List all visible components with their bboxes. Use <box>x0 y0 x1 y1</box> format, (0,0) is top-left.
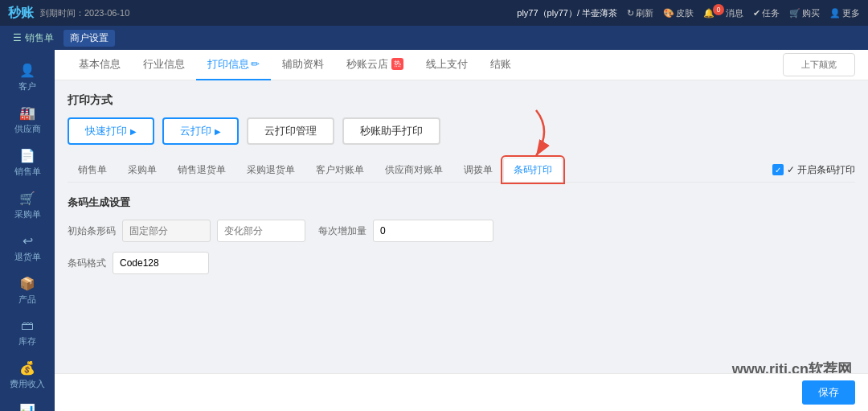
sub-tab-transfer[interactable]: 调拨单 <box>453 158 503 182</box>
barcode-settings-title: 条码生成设置 <box>68 195 855 210</box>
product-icon: 📦 <box>19 276 35 291</box>
tab-checkout[interactable]: 结账 <box>479 50 522 80</box>
sidebar-item-customer[interactable]: 👤 客户 <box>0 56 55 99</box>
initial-barcode-group: 初始条形码 <box>68 220 305 242</box>
sub-tab-purchase-return[interactable]: 采购退货单 <box>236 158 305 182</box>
expenses-icon: 💰 <box>19 360 35 376</box>
skin-icon: 🎨 <box>663 8 674 18</box>
save-button[interactable]: 保存 <box>802 380 855 405</box>
sub-tab-supplier-statement[interactable]: 供应商对账单 <box>375 158 453 182</box>
format-input[interactable] <box>113 252 209 274</box>
sidebar-label-purchase: 采购单 <box>14 208 41 220</box>
sidebar-item-sales[interactable]: 📄 销售单 <box>0 142 55 184</box>
sub-tab-barcode[interactable]: 条码打印 <box>503 158 563 182</box>
task-btn[interactable]: ✔ 任务 <box>753 7 780 19</box>
barcode-form-row-1: 初始条形码 每次增加量 <box>68 220 855 242</box>
shopping-btn[interactable]: 🛒 购买 <box>789 7 820 19</box>
sidebar: 👤 客户 🏭 供应商 📄 销售单 🛒 采购单 ↩ 退货单 📦 产品 🗃 库存 � <box>0 50 55 411</box>
person-icon: 👤 <box>829 8 841 18</box>
sidebar-label-product: 产品 <box>18 294 36 306</box>
sub-tab-sales-return[interactable]: 销售退货单 <box>167 158 236 182</box>
upload-download-btn[interactable]: 上下颠览 <box>783 53 855 76</box>
increment-input[interactable] <box>373 220 493 242</box>
quick-print-btn[interactable]: 快速打印 ▶ <box>68 117 154 145</box>
cloud-print-btn[interactable]: 云打印 ▶ <box>162 117 239 145</box>
skin-btn[interactable]: 🎨 皮肤 <box>663 7 694 19</box>
sidebar-label-returns: 退货单 <box>14 251 41 263</box>
sub-tab-customer-statement[interactable]: 客户对账单 <box>305 158 375 182</box>
tab-bar: 基本信息 行业信息 打印信息 ✏ 辅助资料 秒账云店 热 线上支付 结账 上下颠… <box>55 50 868 80</box>
refresh-btn[interactable]: ↻ 刷新 <box>627 7 653 19</box>
increment-label: 每次增加量 <box>318 224 366 238</box>
enable-barcode-label: ✓ 开启条码打印 <box>787 163 855 177</box>
refresh-icon: ↻ <box>627 8 634 18</box>
sub-tabs: 销售单 采购单 销售退货单 采购退货单 客户对账单 供应商对账单 调拨单 条码打… <box>68 158 563 182</box>
app-logo: 秒账 <box>8 5 34 22</box>
assistant-print-btn[interactable]: 秒账助手打印 <box>342 117 440 145</box>
increment-group: 每次增加量 <box>318 220 493 242</box>
layout: 👤 客户 🏭 供应商 📄 销售单 🛒 采购单 ↩ 退货单 📦 产品 🗃 库存 � <box>0 50 868 411</box>
sub-topbar: ☰ 销售单 商户设置 <box>0 26 868 50</box>
top-bar: 秒账 到期时间：2023-06-10 ply77（ply77）/ 半壶薄茶 ↻ … <box>0 0 868 26</box>
sidebar-item-reports[interactable]: 📊 报表 <box>0 397 55 411</box>
fixed-part-input[interactable] <box>122 220 211 242</box>
tab-industry-info[interactable]: 行业信息 <box>132 50 196 80</box>
cart-icon: 🛒 <box>789 8 800 18</box>
tab-online-payment[interactable]: 线上支付 <box>415 50 479 80</box>
task-icon: ✔ <box>753 8 760 18</box>
reports-icon: 📊 <box>19 403 35 411</box>
inventory-icon: 🗃 <box>21 319 34 333</box>
sub-tab-bar: 销售单 采购单 销售退货单 采购退货单 客户对账单 供应商对账单 调拨单 条码打… <box>68 158 855 183</box>
purchase-icon: 🛒 <box>19 191 35 206</box>
main-content: 基本信息 行业信息 打印信息 ✏ 辅助资料 秒账云店 热 线上支付 结账 上下颠… <box>55 50 868 411</box>
print-methods: 快速打印 ▶ 云打印 ▶ 云打印管理 秒账助手打印 <box>68 117 855 145</box>
sidebar-item-inventory[interactable]: 🗃 库存 <box>0 312 55 354</box>
sub-topbar-merchant-settings[interactable]: 商户设置 <box>63 30 115 47</box>
topbar-left: 秒账 到期时间：2023-06-10 <box>8 5 129 22</box>
quick-print-arrow: ▶ <box>130 127 137 136</box>
sidebar-label-customer: 客户 <box>18 80 36 92</box>
sidebar-item-supplier[interactable]: 🏭 供应商 <box>0 99 55 142</box>
more-btn[interactable]: 👤 更多 <box>829 7 860 19</box>
save-bar: 保存 <box>55 373 868 411</box>
enable-barcode-toggle[interactable]: ✓ ✓ 开启条码打印 <box>772 163 855 177</box>
tab-aux-data[interactable]: 辅助资料 <box>271 50 335 80</box>
print-method-title: 打印方式 <box>68 93 855 108</box>
sidebar-item-purchase[interactable]: 🛒 采购单 <box>0 184 55 227</box>
format-label: 条码格式 <box>68 257 106 270</box>
sidebar-label-inventory: 库存 <box>18 335 36 347</box>
tab-cloud-shop[interactable]: 秒账云店 热 <box>335 50 415 80</box>
sidebar-item-product[interactable]: 📦 产品 <box>0 269 55 312</box>
barcode-settings: 条码生成设置 初始条形码 每次增加量 条码格式 <box>68 195 855 274</box>
format-group: 条码格式 <box>68 252 209 274</box>
sub-tab-purchase[interactable]: 采购单 <box>117 158 167 182</box>
sub-topbar-sales[interactable]: ☰ 销售单 <box>6 30 60 47</box>
hot-badge: 热 <box>391 58 403 70</box>
sales-icon: 📄 <box>19 148 35 163</box>
user-info: ply77（ply77）/ 半壶薄茶 <box>517 7 617 19</box>
sub-tab-sales[interactable]: 销售单 <box>68 158 117 182</box>
sidebar-label-supplier: 供应商 <box>14 123 41 135</box>
cloud-print-arrow: ▶ <box>215 127 221 136</box>
cloud-print-manage-btn[interactable]: 云打印管理 <box>247 117 334 145</box>
sidebar-label-sales: 销售单 <box>14 166 41 178</box>
tab-basic-info[interactable]: 基本信息 <box>68 50 132 80</box>
supplier-icon: 🏭 <box>19 105 35 121</box>
barcode-checkbox[interactable]: ✓ <box>772 164 784 175</box>
returns-icon: ↩ <box>23 233 33 249</box>
expire-time: 到期时间：2023-06-10 <box>40 7 129 19</box>
tab-print-info[interactable]: 打印信息 ✏ <box>196 50 271 80</box>
variable-part-input[interactable] <box>217 220 305 242</box>
customer-icon: 👤 <box>19 63 35 78</box>
message-btn[interactable]: 🔔 0 消息 <box>703 7 743 19</box>
sidebar-item-returns[interactable]: ↩ 退货单 <box>0 227 55 269</box>
sidebar-label-expenses: 费用收入 <box>10 378 45 390</box>
topbar-right: ply77（ply77）/ 半壶薄茶 ↻ 刷新 🎨 皮肤 🔔 0 消息 ✔ 任务… <box>517 7 860 19</box>
menu-icon: ☰ <box>13 32 22 43</box>
sidebar-item-expenses[interactable]: 💰 费用收入 <box>0 354 55 397</box>
initial-barcode-label: 初始条形码 <box>68 224 116 238</box>
barcode-form-row-2: 条码格式 <box>68 252 855 274</box>
